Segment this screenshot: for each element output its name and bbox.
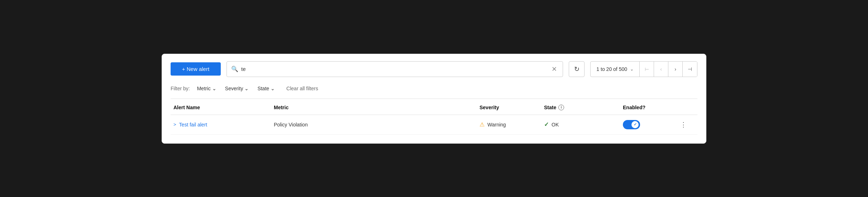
prev-page-button[interactable]: ‹ xyxy=(654,61,668,77)
enabled-cell: ✓ xyxy=(623,120,680,129)
pagination-label: 1 to 20 of 500 xyxy=(596,66,627,72)
row-expand-chevron-icon[interactable]: > xyxy=(173,122,176,127)
search-icon: 🔍 xyxy=(231,66,238,72)
main-container: + New alert 🔍 ✕ ↻ 1 to 20 of 500 ⌄ ⊢ ‹ ›… xyxy=(162,54,706,144)
pagination-wrapper: 1 to 20 of 500 ⌄ ⊢ ‹ › ⊣ xyxy=(590,61,697,77)
filter-by-label: Filter by: xyxy=(171,86,190,91)
ok-checkmark-icon: ✓ xyxy=(544,121,549,128)
severity-filter-label: Severity xyxy=(225,86,243,91)
top-bar: + New alert 🔍 ✕ ↻ 1 to 20 of 500 ⌄ ⊢ ‹ ›… xyxy=(171,61,697,77)
clear-search-button[interactable]: ✕ xyxy=(550,66,558,72)
severity-label: Warning xyxy=(487,122,506,128)
new-alert-button[interactable]: + New alert xyxy=(171,62,221,76)
warning-icon: ⚠ xyxy=(480,121,485,128)
more-actions-button[interactable]: ⋮ xyxy=(680,121,687,129)
metric-filter-label: Metric xyxy=(197,86,211,91)
alert-name-cell: > Test fail alert xyxy=(173,122,274,128)
th-metric: Metric xyxy=(274,105,480,110)
search-input[interactable] xyxy=(241,66,550,72)
th-severity: Severity xyxy=(480,105,544,110)
severity-cell: ⚠ Warning xyxy=(480,121,544,128)
toggle-knob: ✓ xyxy=(631,121,639,128)
state-info-icon: i xyxy=(558,105,564,110)
metric-filter-button[interactable]: Metric ⌄ xyxy=(194,84,219,93)
search-wrapper: 🔍 ✕ xyxy=(226,61,563,77)
first-page-button[interactable]: ⊢ xyxy=(640,61,654,77)
metric-cell: Policy Violation xyxy=(274,122,480,128)
enabled-toggle[interactable]: ✓ xyxy=(623,120,640,129)
state-filter-label: State xyxy=(257,86,269,91)
clear-all-filters-button[interactable]: Clear all filters xyxy=(283,84,321,93)
state-chevron-icon: ⌄ xyxy=(271,86,275,91)
table-header: Alert Name Metric Severity State i Enabl… xyxy=(171,99,697,115)
next-page-button[interactable]: › xyxy=(668,61,683,77)
state-cell: ✓ OK xyxy=(544,121,623,128)
alert-name-link[interactable]: Test fail alert xyxy=(179,122,208,128)
toggle-check-icon: ✓ xyxy=(634,122,637,127)
filter-bar: Filter by: Metric ⌄ Severity ⌄ State ⌄ C… xyxy=(171,83,697,99)
th-actions xyxy=(680,105,695,110)
state-filter-button[interactable]: State ⌄ xyxy=(254,84,278,93)
last-page-button[interactable]: ⊣ xyxy=(683,61,697,77)
severity-chevron-icon: ⌄ xyxy=(244,86,249,91)
refresh-button[interactable]: ↻ xyxy=(569,61,585,77)
refresh-icon: ↻ xyxy=(574,65,580,73)
metric-chevron-icon: ⌄ xyxy=(212,86,216,91)
th-enabled: Enabled? xyxy=(623,105,680,110)
th-alert-name: Alert Name xyxy=(173,105,274,110)
state-label: OK xyxy=(552,122,559,128)
table-row: > Test fail alert Policy Violation ⚠ War… xyxy=(171,115,697,135)
pagination-count[interactable]: 1 to 20 of 500 ⌄ xyxy=(591,62,640,77)
alerts-table: Alert Name Metric Severity State i Enabl… xyxy=(171,99,697,135)
severity-filter-button[interactable]: Severity ⌄ xyxy=(222,84,252,93)
row-actions-cell: ⋮ xyxy=(680,121,695,129)
th-state: State i xyxy=(544,105,623,110)
pagination-chevron-icon: ⌄ xyxy=(630,67,634,72)
